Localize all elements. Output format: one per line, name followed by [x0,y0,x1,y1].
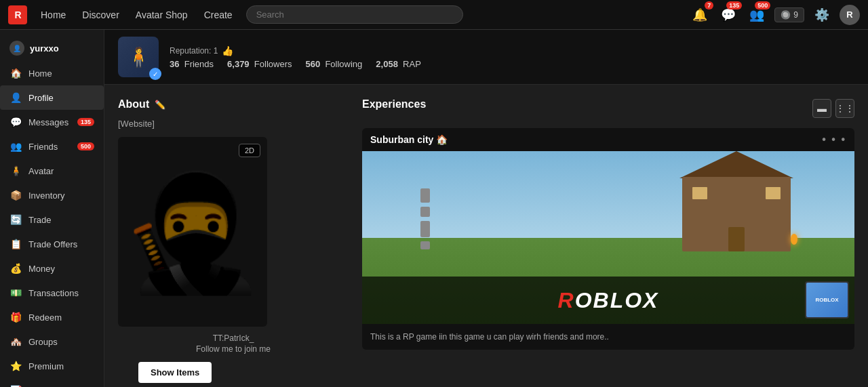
sidebar-label-profile: Profile [28,93,54,103]
sidebar-item-groups[interactable]: 🏘️ Groups [0,329,104,354]
sidebar-label-trade: Trade [28,215,51,225]
sidebar-label-trade-offers: Trade Offers [28,239,77,249]
view-toggle-buttons: ▬ ⋮⋮ [812,99,854,118]
sidebar: 👤 yurxxo 🏠 Home 👤 Profile 💬 Messages 135… [0,30,104,387]
sidebar-label-money: Money [28,264,55,274]
topnav: R Home Discover Avatar Shop Create 🔔 7 💬… [0,0,868,30]
ruin-pillar-1 [420,188,430,203]
robux-display[interactable]: 🔘 9 [774,7,804,22]
sidebar-item-inventory[interactable]: 📦 Inventory [0,183,104,207]
about-title-text: About [118,98,149,110]
sidebar-username: yurxxo [30,43,59,54]
reputation-row: Reputation: 1 👍 [170,45,854,56]
sidebar-label-premium: Premium [28,361,64,371]
game-scene: ROBLOX ROBLOX [362,151,854,324]
ruin-pillar-2 [420,207,430,217]
scene-building [679,151,793,251]
robux-amount: 9 [793,10,798,20]
followers-stat[interactable]: 6,379 Followers [227,59,292,69]
sidebar-item-trade[interactable]: 🔄 Trade [0,207,104,232]
sidebar-item-transactions[interactable]: 💵 Transactions [0,281,104,305]
profile-stats: 36 Friends 6,379 Followers 560 Following… [170,59,854,69]
sidebar-item-home[interactable]: 🏠 Home [0,61,104,85]
sidebar-item-messages[interactable]: 💬 Messages 135 [0,110,104,134]
avatar-icon: 🧍 [9,165,22,177]
nav-home[interactable]: Home [41,9,66,20]
friends-badge: 500 [755,1,770,9]
logo-icon: R [8,5,27,24]
trade-offers-icon: 📋 [9,238,22,250]
friends-button[interactable]: 👥 500 [746,4,768,26]
profile-info: Reputation: 1 👍 36 Friends 6,379 Followe… [170,45,854,69]
experiences-title-text: Experiences [362,98,426,110]
sidebar-item-avatar[interactable]: 🧍 Avatar [0,159,104,183]
blog-icon: 📝 [9,384,22,387]
ruin-pillar-4 [420,241,430,249]
about-section: About ✏️ [Website] 🥷 2D TT:PatrIck_ Foll… [118,98,349,383]
messages-button[interactable]: 💬 135 [717,4,739,26]
list-view-button[interactable]: ▬ [812,99,831,118]
body-layout: 👤 yurxxo 🏠 Home 👤 Profile 💬 Messages 135… [0,30,868,387]
following-stat[interactable]: 560 Following [305,59,362,69]
toggle-2d-button[interactable]: 2D [239,144,260,157]
experiences-section: Experiences ▬ ⋮⋮ Suburban city 🏠 • • • [362,98,854,383]
experience-card: Suburban city 🏠 • • • [362,128,854,350]
premium-icon: ⭐ [9,360,22,372]
notifications-button[interactable]: 🔔 7 [689,4,711,26]
grid-view-button[interactable]: ⋮⋮ [835,99,854,118]
rap-stat: 2,058 RAP [376,59,421,69]
logo[interactable]: R [8,5,27,24]
sidebar-label-groups: Groups [28,337,58,347]
nav-discover[interactable]: Discover [82,9,119,20]
show-items-button[interactable]: Show Items [138,362,212,383]
sidebar-item-profile[interactable]: 👤 Profile [0,85,104,110]
about-title: About ✏️ [118,98,349,110]
sidebar-label-messages: Messages [28,117,68,127]
friends-stat[interactable]: 36 Friends [170,59,214,69]
search-input[interactable] [246,5,463,24]
sidebar-item-blog[interactable]: 📝 Blog [0,378,104,387]
building-body [682,177,791,251]
avatar-3d-render: 🥷 [121,175,264,289]
nav-avatar-shop[interactable]: Avatar Shop [136,9,188,20]
profile-icon: 👤 [9,91,22,104]
avatar-caption2: Follow me to join me [118,344,349,354]
sidebar-user[interactable]: 👤 yurxxo [0,35,104,61]
experience-card-header: Suburban city 🏠 • • • [362,128,854,151]
game-options-button[interactable]: • • • [822,134,846,146]
friends-sidebar-badge: 500 [77,142,94,150]
sidebar-label-avatar: Avatar [28,166,54,176]
profile-header: 🧍 ✓ Reputation: 1 👍 36 Friends 6,379 [104,30,868,85]
game-image: ROBLOX ROBLOX [362,151,854,324]
nav-links: Home Discover Avatar Shop Create [41,9,233,20]
user-avatar-btn[interactable]: R [840,5,860,25]
thumb-inner: ROBLOX [806,283,848,317]
messages-icon: 💬 [9,116,22,128]
sidebar-item-money[interactable]: 💰 Money [0,256,104,281]
reputation-text: Reputation: 1 [170,46,218,56]
game-title[interactable]: Suburban city 🏠 [370,134,448,145]
edit-icon[interactable]: ✏️ [155,100,165,110]
about-website[interactable]: [Website] [118,119,349,129]
sidebar-item-trade-offers[interactable]: 📋 Trade Offers [0,232,104,256]
sidebar-item-friends[interactable]: 👥 Friends 500 [0,134,104,159]
nav-create[interactable]: Create [204,9,233,20]
sidebar-item-premium[interactable]: ⭐ Premium [0,354,104,378]
search-container [246,5,463,24]
messages-sidebar-badge: 135 [77,118,94,126]
trade-icon: 🔄 [9,213,22,226]
notifications-badge: 7 [705,1,713,9]
money-icon: 💰 [9,262,22,274]
roblox-logo: ROBLOX [558,288,659,313]
groups-icon: 🏘️ [9,335,22,348]
roblox-r: R [558,288,575,312]
sidebar-label-home: Home [28,68,52,79]
user-icon: 👤 [9,41,24,56]
building-light [791,234,797,245]
topnav-right: 🔔 7 💬 135 👥 500 🔘 9 ⚙️ R [689,4,860,26]
ruin-pillar-3 [420,221,430,237]
sidebar-item-redeem[interactable]: 🎁 Redeem [0,305,104,329]
settings-button[interactable]: ⚙️ [811,4,833,26]
messages-badge: 135 [726,1,742,9]
building-roof [679,151,793,178]
